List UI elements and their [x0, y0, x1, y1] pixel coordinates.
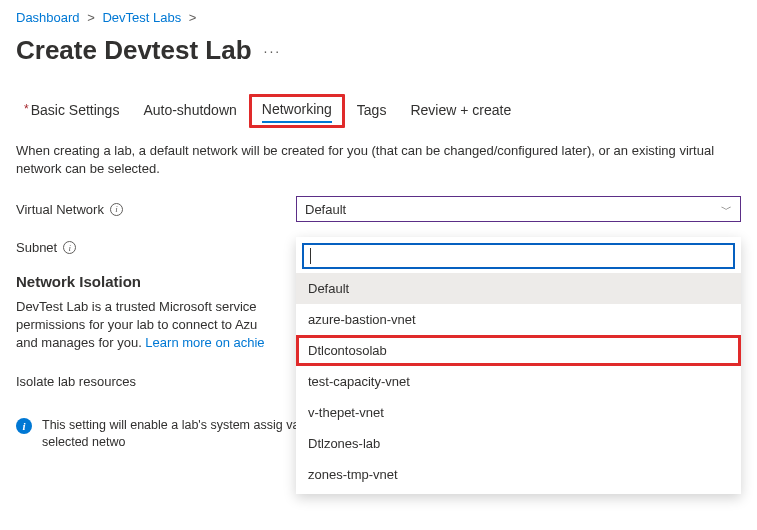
- learn-more-link[interactable]: Learn more on achie: [145, 335, 264, 350]
- vnet-dropdown: Default azure-bastion-vnet Dtlcontosolab…: [296, 237, 741, 494]
- dropdown-search-input[interactable]: [302, 243, 735, 269]
- vnet-label-text: Virtual Network: [16, 202, 104, 217]
- dropdown-option[interactable]: Dtlzones-lab: [296, 428, 741, 459]
- subnet-label: Subnet i: [16, 240, 296, 255]
- info-icon[interactable]: i: [63, 241, 76, 254]
- page-title: Create Devtest Lab: [16, 35, 252, 66]
- breadcrumb-sep: >: [83, 10, 99, 25]
- isolation-desc-line3: and manages for you.: [16, 335, 145, 350]
- tab-networking[interactable]: Networking: [249, 94, 345, 128]
- dropdown-option[interactable]: zones-tmp-vnet: [296, 459, 741, 490]
- dropdown-option[interactable]: test-capacity-vnet: [296, 366, 741, 397]
- dropdown-option-default[interactable]: Default: [296, 273, 741, 304]
- tabs: Basic Settings Auto-shutdown Networking …: [0, 94, 757, 128]
- breadcrumb-link-devtestlabs[interactable]: DevTest Labs: [102, 10, 181, 25]
- text-cursor: [310, 248, 311, 264]
- chevron-down-icon: ﹀: [721, 202, 732, 217]
- dropdown-option[interactable]: v-thepet-vnet: [296, 397, 741, 428]
- dropdown-option-dtlcontosolab[interactable]: Dtlcontosolab: [296, 335, 741, 366]
- isolation-desc-line2: permissions for your lab to connect to A…: [16, 317, 257, 332]
- info-icon[interactable]: i: [110, 203, 123, 216]
- info-icon: i: [16, 418, 32, 434]
- isolation-desc-line1: DevTest Lab is a trusted Microsoft servi…: [16, 299, 257, 314]
- tab-auto-shutdown[interactable]: Auto-shutdown: [131, 94, 248, 128]
- tab-tags[interactable]: Tags: [345, 94, 399, 128]
- breadcrumb-link-dashboard[interactable]: Dashboard: [16, 10, 80, 25]
- breadcrumb-sep: >: [185, 10, 201, 25]
- vnet-select-value: Default: [305, 202, 346, 217]
- tab-description: When creating a lab, a default network w…: [16, 142, 716, 178]
- dropdown-option[interactable]: azure-bastion-vnet: [296, 304, 741, 335]
- title-row: Create Devtest Lab ···: [0, 29, 757, 84]
- tab-basic-settings[interactable]: Basic Settings: [12, 94, 131, 128]
- more-button[interactable]: ···: [264, 43, 282, 59]
- subnet-label-text: Subnet: [16, 240, 57, 255]
- field-virtual-network: Virtual Network i Default ﹀: [16, 196, 741, 222]
- vnet-label: Virtual Network i: [16, 202, 296, 217]
- breadcrumb: Dashboard > DevTest Labs >: [0, 0, 757, 29]
- tab-review-create[interactable]: Review + create: [398, 94, 523, 128]
- vnet-select[interactable]: Default ﹀: [296, 196, 741, 222]
